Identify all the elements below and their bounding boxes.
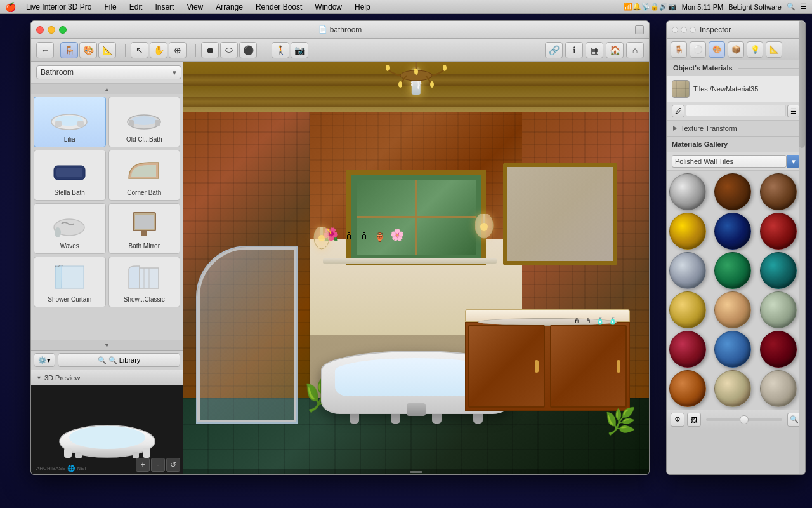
inspector-slider[interactable]	[706, 418, 782, 421]
insp-plan-btn[interactable]: 📐	[766, 41, 782, 58]
camera-btn[interactable]: 📷	[291, 42, 308, 58]
scroll-down-btn[interactable]: ▼	[31, 340, 183, 350]
materials-grid[interactable]	[667, 171, 805, 410]
sidebar-item-show-classic[interactable]: Show...Classic	[108, 257, 181, 307]
material-sphere-16[interactable]	[669, 370, 706, 407]
material-sphere-1[interactable]	[669, 173, 706, 210]
insp-box-btn[interactable]: 📦	[728, 41, 744, 58]
material-sphere-14[interactable]	[714, 331, 751, 368]
inspector-close-btn[interactable]	[672, 27, 678, 33]
app-name-menu: Live Interior 3D Pro	[23, 3, 94, 11]
house-btn[interactable]: 🏠	[606, 42, 624, 58]
insp-furniture-btn[interactable]: 🪑	[671, 41, 687, 58]
gallery-dropdown-arrow[interactable]: ▼	[787, 155, 800, 168]
material-sphere-18[interactable]	[760, 370, 797, 407]
preview-zoom-in-btn[interactable]: +	[136, 458, 150, 472]
maximize-button[interactable]	[59, 26, 67, 34]
plant-vase-right: 🌿	[605, 406, 636, 436]
plan-view-btn[interactable]: 📐	[98, 42, 116, 58]
material-sphere-3[interactable]	[760, 173, 797, 210]
info-btn[interactable]: ℹ	[565, 42, 583, 58]
material-sphere-2[interactable]	[714, 173, 751, 210]
inspector-scrollbar[interactable]	[799, 21, 805, 474]
menu-extra-icon[interactable]: ☰	[801, 3, 807, 11]
inspector-slider-thumb[interactable]	[740, 415, 749, 424]
hand-tool-btn[interactable]: ✋	[150, 42, 167, 58]
inspector-max-btn[interactable]	[690, 27, 696, 33]
preview-zoom-out-btn[interactable]: -	[151, 458, 165, 472]
preview-header[interactable]: ▼ 3D Preview	[31, 370, 183, 385]
sidebar-item-lilia[interactable]: Lilia	[34, 97, 106, 147]
library-btn[interactable]: 🔍 🔍 Library	[58, 353, 180, 367]
viewport[interactable]: 🕯️	[183, 62, 649, 474]
menu-edit[interactable]: Edit	[127, 3, 145, 11]
show-classic-label: Show...Classic	[124, 296, 165, 304]
material-sphere-13[interactable]	[669, 331, 706, 368]
cursor-tool-btn[interactable]: ↖	[131, 42, 148, 58]
minimize-button[interactable]	[48, 26, 55, 34]
sidebar-scroll[interactable]: Lilia Old Cl...Bath	[31, 94, 183, 340]
search-icon-menu[interactable]: 🔍	[787, 3, 796, 11]
record-btn[interactable]: ⏺	[201, 42, 219, 58]
apple-menu-icon[interactable]: 🍎	[5, 2, 16, 12]
sphere-btn[interactable]: ⚫	[239, 42, 257, 58]
material-sphere-11[interactable]	[714, 291, 751, 328]
inspector-min-btn[interactable]	[681, 27, 687, 33]
svg-point-5	[131, 116, 157, 125]
material-sphere-17[interactable]	[714, 370, 751, 407]
material-sphere-7[interactable]	[669, 252, 706, 289]
vanity-handle-right	[617, 360, 620, 373]
material-sphere-5[interactable]	[714, 213, 751, 250]
insp-material-btn[interactable]: ⚪	[690, 41, 706, 58]
menu-arrange[interactable]: Arrange	[213, 3, 246, 11]
material-sphere-15[interactable]	[760, 331, 797, 368]
inspector-settings-btn[interactable]: ⚙	[671, 413, 684, 427]
insp-light-btn[interactable]: 💡	[747, 41, 763, 58]
sidebar-item-waves[interactable]: Waves	[34, 203, 106, 254]
person-btn[interactable]: 🚶	[272, 42, 289, 58]
gallery-dropdown[interactable]: Polished Wall Tiles Polished Wall TilesC…	[672, 155, 787, 168]
menu-window[interactable]: Window	[312, 3, 344, 11]
material-row[interactable]: Tiles /NewMaterial35	[667, 76, 805, 102]
furniture-view-btn[interactable]: 🪑	[60, 42, 78, 58]
scroll-up-btn[interactable]: ▲	[31, 84, 183, 94]
texture-transform-section[interactable]: Texture Transform	[667, 121, 805, 137]
material-sphere-4[interactable]	[669, 213, 706, 250]
menu-help[interactable]: Help	[352, 3, 373, 11]
crosshair-tool-btn[interactable]: ⊕	[169, 42, 187, 58]
menu-view[interactable]: View	[184, 3, 206, 11]
sidebar-item-corner-bath[interactable]: Corner Bath	[108, 150, 181, 201]
materials-view-btn[interactable]: 🎨	[79, 42, 97, 58]
settings-btn[interactable]: ⚙️▾	[34, 353, 55, 367]
menu-render-boost[interactable]: Render Boost	[253, 3, 304, 11]
menu-file[interactable]: File	[102, 3, 119, 11]
sidebar-item-old-bath[interactable]: Old Cl...Bath	[108, 97, 181, 147]
inspector-image-btn[interactable]: 🖼	[687, 413, 701, 427]
material-sphere-8[interactable]	[714, 252, 751, 289]
material-sphere-12[interactable]	[760, 291, 797, 328]
sidebar-item-shower-curtain[interactable]: Shower Curtain	[34, 257, 106, 307]
sidebar-item-bath-mirror[interactable]: Bath Mirror	[108, 203, 181, 254]
window-resize-btn[interactable]: —	[635, 25, 644, 34]
share-btn[interactable]: 🔗	[545, 42, 563, 58]
home-btn[interactable]: ⌂	[626, 42, 644, 58]
sidebar-item-stella-bath[interactable]: Stella Bath	[34, 150, 106, 201]
insp-paint-btn[interactable]: 🎨	[709, 41, 725, 58]
preview-refresh-btn[interactable]: ↺	[166, 458, 180, 472]
viewport-bottom-bar[interactable]	[183, 469, 649, 474]
menu-insert[interactable]: Insert	[152, 3, 176, 11]
oval-btn[interactable]: ⬭	[220, 42, 238, 58]
material-sphere-9[interactable]	[760, 252, 797, 289]
close-button[interactable]	[36, 26, 44, 34]
mat-menu-btn[interactable]: ☰	[787, 105, 800, 117]
layout-btn[interactable]: ▦	[586, 42, 603, 58]
material-sphere-10[interactable]	[669, 291, 706, 328]
mat-eyedropper-btn[interactable]: 🖊	[672, 105, 684, 117]
waves-label: Waves	[60, 243, 79, 250]
inspector-scrollbar-thumb[interactable]	[799, 21, 805, 148]
material-sphere-6[interactable]	[760, 213, 797, 250]
category-select[interactable]: Bathroom	[36, 65, 181, 79]
mat-search-field[interactable]	[686, 105, 786, 116]
library-label: 🔍 Library	[108, 356, 141, 364]
back-btn[interactable]: ←	[36, 42, 54, 58]
